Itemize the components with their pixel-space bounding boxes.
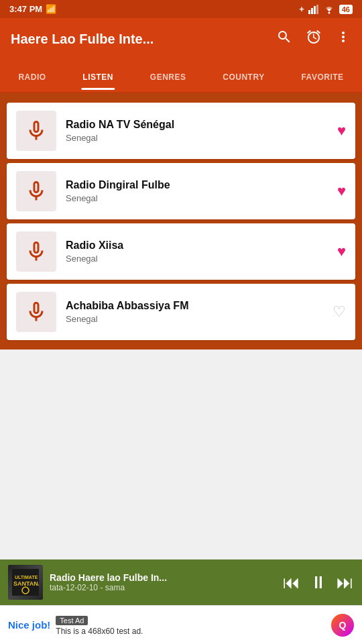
radio-name-1: Radio NA TV Sénégal — [66, 119, 337, 131]
app-header: Haere Lao Fulbe Inte... — [0, 18, 362, 60]
radio-card-4[interactable]: Achabiba Abbassiya FM Senegal ♡ — [7, 284, 355, 340]
now-playing-info: Radio Haere lao Fulbe In... tata-12-02-1… — [50, 572, 276, 592]
wifi-icon — [323, 5, 335, 14]
header-icons — [276, 29, 351, 49]
svg-rect-0 — [308, 10, 310, 14]
favorite-button-1[interactable]: ♥ — [337, 122, 346, 140]
status-bar: 3:47 PM 📶 + 46 — [0, 0, 362, 18]
time-display: 3:47 PM — [9, 4, 42, 14]
status-bar-left: 3:47 PM 📶 — [9, 4, 56, 14]
radio-card-3[interactable]: Radio Xiisa Senegal ♥ — [7, 223, 355, 280]
svg-text:SANTANA: SANTANA — [13, 580, 39, 587]
tab-radio[interactable]: RADIO — [13, 63, 51, 89]
radio-name-3: Radio Xiisa — [66, 239, 337, 252]
page-title: Haere Lao Fulbe Inte... — [11, 32, 269, 47]
ad-nice-job-label: Nice job! — [8, 619, 50, 631]
radio-list: Radio NA TV Sénégal Senegal ♥ Radio Ding… — [0, 93, 362, 350]
svg-rect-3 — [316, 5, 318, 14]
now-playing-subtitle: tata-12-02-10 - sama — [50, 583, 276, 592]
radio-card-1[interactable]: Radio NA TV Sénégal Senegal ♥ — [7, 103, 355, 159]
favorite-button-4[interactable]: ♡ — [333, 303, 346, 321]
favorite-button-2[interactable]: ♥ — [337, 182, 346, 200]
phone-icon: 📶 — [46, 4, 56, 14]
radio-country-2: Senegal — [66, 193, 337, 203]
svg-rect-2 — [314, 6, 316, 14]
radio-thumb-4 — [16, 292, 56, 332]
radio-country-3: Senegal — [66, 254, 337, 264]
now-playing-bar: ULTIMATE SANTANA Radio Haere lao Fulbe I… — [0, 559, 362, 605]
radio-card-2[interactable]: Radio Dingiral Fulbe Senegal ♥ — [7, 163, 355, 219]
mic-icon-4 — [24, 300, 48, 324]
mic-icon-1 — [24, 119, 48, 143]
radio-info-2: Radio Dingiral Fulbe Senegal — [66, 179, 337, 203]
more-menu-icon[interactable] — [335, 29, 351, 49]
rewind-button[interactable]: ⏮ — [283, 572, 300, 593]
tab-favorite[interactable]: FAVORITE — [296, 63, 349, 89]
ad-description: This is a 468x60 test ad. — [56, 627, 326, 636]
bluetooth-icon: + — [299, 4, 304, 14]
mic-icon-3 — [24, 239, 48, 264]
tab-listen[interactable]: LISTEN — [77, 63, 119, 89]
radio-thumb-1 — [16, 111, 56, 151]
radio-country-1: Senegal — [66, 133, 337, 143]
radio-info-4: Achabiba Abbassiya FM Senegal — [66, 300, 333, 324]
player-controls: ⏮ ⏸ ⏭ — [283, 572, 354, 593]
ad-banner: Nice job! Test Ad This is a 468x60 test … — [0, 605, 362, 644]
radio-info-1: Radio NA TV Sénégal Senegal — [66, 119, 337, 143]
tab-genres[interactable]: GENRES — [145, 63, 192, 89]
radio-thumb-2 — [16, 171, 56, 211]
favorite-button-3[interactable]: ♥ — [337, 243, 346, 260]
tab-country[interactable]: COUNTRY — [217, 63, 269, 89]
battery-display: 46 — [339, 5, 353, 14]
fast-forward-button[interactable]: ⏭ — [337, 572, 354, 593]
mic-icon-2 — [24, 179, 48, 203]
radio-thumb-3 — [16, 231, 56, 272]
radio-country-4: Senegal — [66, 314, 333, 324]
album-art: ULTIMATE SANTANA — [8, 565, 43, 600]
now-playing-thumbnail: ULTIMATE SANTANA — [8, 565, 43, 600]
radio-name-4: Achabiba Abbassiya FM — [66, 300, 333, 312]
ad-text-block: Test Ad This is a 468x60 test ad. — [56, 614, 326, 636]
pause-button[interactable]: ⏸ — [310, 572, 327, 593]
status-bar-right: + 46 — [299, 4, 353, 14]
radio-name-2: Radio Dingiral Fulbe — [66, 179, 337, 191]
now-playing-title: Radio Haere lao Fulbe In... — [50, 572, 276, 583]
alarm-icon[interactable] — [306, 29, 322, 49]
ad-test-label: Test Ad — [56, 616, 88, 625]
tab-bar: RADIO LISTEN GENRES COUNTRY FAVORITE — [0, 60, 362, 93]
svg-text:ULTIMATE: ULTIMATE — [15, 575, 38, 580]
svg-point-4 — [328, 11, 330, 13]
ad-logo: Q — [331, 614, 354, 637]
svg-rect-1 — [311, 8, 313, 14]
signal-icon — [308, 5, 319, 14]
radio-info-3: Radio Xiisa Senegal — [66, 239, 337, 264]
search-icon[interactable] — [276, 29, 292, 49]
